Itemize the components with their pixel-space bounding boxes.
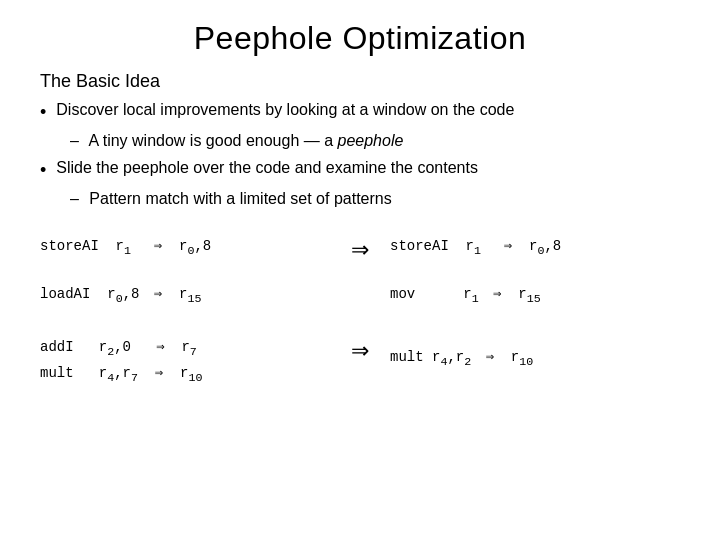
sub-item-1: – A tiny window is good enough — a peeph… [40, 129, 680, 152]
bottom-section: addI r2,0 ⇒ r7 mult r4,r7 ⇒ r10 ⇒ mult r… [40, 336, 680, 387]
bullet-text-2: Slide the peephole over the code and exa… [56, 156, 680, 179]
arrow-1: ⇒ [330, 235, 390, 263]
arrow-spacer-2 [330, 283, 390, 285]
page-title: Peephole Optimization [40, 20, 680, 57]
list-item-2: • Slide the peephole over the code and e… [40, 156, 680, 210]
code-section-1: storeAI r1 ⇒ r0,8 ⇒ storeAI r1 ⇒ r0,8 [40, 235, 680, 263]
code-right-1: storeAI r1 ⇒ r0,8 [390, 235, 680, 260]
bottom-left: addI r2,0 ⇒ r7 mult r4,r7 ⇒ r10 [40, 336, 330, 387]
arrow-3: ⇒ [330, 336, 390, 364]
bullet-dot-2: • [40, 157, 46, 183]
sub-item-2: – Pattern match with a limited set of pa… [40, 187, 680, 210]
code-right-2: mov r1 ⇒ r15 [390, 283, 680, 308]
italic-peephole: peephole [338, 132, 404, 149]
list-item: • Discover local improvements by looking… [40, 98, 680, 152]
code-left-2: loadAI r0,8 ⇒ r15 [40, 283, 330, 308]
bottom-right: mult r4,r2 ⇒ r10 [390, 336, 680, 371]
bullet-list: • Discover local improvements by looking… [40, 98, 680, 211]
code-left-1: storeAI r1 ⇒ r0,8 [40, 235, 330, 260]
code-section-2: loadAI r0,8 ⇒ r15 mov r1 ⇒ r15 [40, 283, 680, 308]
bullet-dot-1: • [40, 99, 46, 125]
section-heading: The Basic Idea [40, 71, 680, 92]
bullet-text-1: Discover local improvements by looking a… [56, 98, 680, 121]
